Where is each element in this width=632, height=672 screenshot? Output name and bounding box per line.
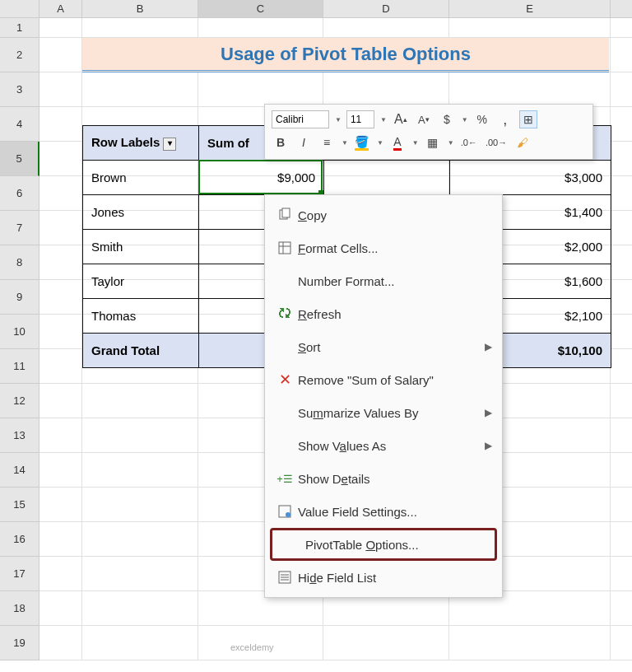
remove-icon: ✕ (272, 371, 298, 389)
row-header-5[interactable]: 5 (0, 142, 40, 176)
menu-label: Remove "Sum of Salary" (298, 373, 492, 387)
menu-remove[interactable]: ✕ Remove "Sum of Salary" (265, 363, 502, 396)
comma-style-icon[interactable]: , (496, 110, 514, 128)
row-header-17[interactable]: 17 (0, 557, 40, 591)
copy-icon (272, 208, 298, 222)
chevron-down-icon[interactable]: ▼ (448, 139, 454, 147)
row-header-15[interactable]: 15 (0, 488, 40, 522)
row-header-16[interactable]: 16 (0, 522, 40, 557)
chevron-down-icon[interactable]: ▼ (377, 139, 383, 147)
svg-rect-1 (282, 208, 290, 217)
menu-pivottable-options[interactable]: PivotTable Options... (270, 528, 497, 561)
refresh-icon: 🗘 (272, 306, 298, 321)
header-row-labels[interactable]: Row Labels▾ (83, 126, 199, 161)
menu-label: PivotTable Options... (305, 538, 485, 552)
row-header-1[interactable]: 1 (0, 18, 40, 38)
row-header-2[interactable]: 2 (0, 38, 40, 72)
menu-value-field-settings[interactable]: Value Field Settings... (265, 495, 502, 528)
menu-label: Format Cells... (298, 241, 492, 255)
menu-label: Refresh (298, 307, 492, 321)
font-size-input[interactable] (346, 110, 374, 128)
page-title: Usage of Pivot Table Options (221, 44, 471, 65)
menu-number-format[interactable]: Number Format... (265, 264, 502, 297)
chevron-right-icon: ▶ (485, 341, 492, 352)
format-painter-icon[interactable]: 🖌 (514, 133, 532, 152)
row-header-14[interactable]: 14 (0, 453, 40, 488)
menu-label: Show Values As (298, 439, 485, 453)
borders-icon[interactable]: ▦ (424, 133, 442, 152)
menu-label: Summarize Values By (298, 406, 485, 420)
chevron-right-icon: ▶ (485, 407, 492, 418)
decrease-decimal-icon[interactable]: .00→ (484, 133, 509, 152)
field-list-icon (272, 570, 298, 585)
increase-decimal-icon[interactable]: .0← (459, 133, 479, 152)
menu-sort[interactable]: Sort ▶ (265, 330, 502, 363)
row-header-7[interactable]: 7 (0, 211, 40, 245)
row-headers: 1 2 3 4 5 6 7 8 9 10 11 12 13 14 15 16 1… (0, 18, 40, 660)
increase-font-icon[interactable]: A▴ (392, 110, 410, 128)
format-cells-icon (272, 240, 298, 255)
menu-format-cells[interactable]: Format Cells... (265, 231, 502, 264)
menu-copy[interactable]: Copy (265, 198, 502, 231)
row-header-10[interactable]: 10 (0, 315, 40, 349)
menu-show-values-as[interactable]: Show Values As ▶ (265, 429, 502, 462)
col-header-c[interactable]: C (198, 0, 323, 17)
chevron-down-icon[interactable]: ▼ (335, 116, 342, 124)
menu-summarize[interactable]: Summarize Values By ▶ (265, 396, 502, 429)
column-headers: A B C D E (0, 0, 632, 18)
bold-button[interactable]: B (272, 133, 290, 152)
decrease-font-icon[interactable]: A▾ (415, 110, 433, 128)
menu-label: Show Details (298, 472, 492, 486)
context-menu: Copy Format Cells... Number Format... 🗘 … (264, 194, 503, 598)
currency-icon[interactable]: $ (438, 110, 456, 128)
font-name-input[interactable] (272, 110, 329, 128)
menu-label: Copy (298, 208, 492, 222)
col-header-e[interactable]: E (449, 0, 611, 17)
row-header-4[interactable]: 4 (0, 107, 40, 142)
svg-point-6 (286, 512, 290, 517)
menu-label: Number Format... (298, 274, 492, 288)
row-header-19[interactable]: 19 (0, 626, 40, 660)
filter-dropdown-icon[interactable]: ▾ (163, 138, 176, 151)
row-header-11[interactable]: 11 (0, 349, 40, 384)
menu-label: Sort (298, 340, 485, 354)
menu-label: Hide Field List (298, 571, 492, 585)
col-header-a[interactable]: A (40, 0, 82, 17)
show-details-icon: +☰ (272, 473, 298, 485)
menu-refresh[interactable]: 🗘 Refresh (265, 297, 502, 330)
chevron-right-icon: ▶ (485, 440, 492, 451)
spreadsheet: A B C D E 1 2 3 4 5 6 7 8 9 10 11 12 13 … (0, 0, 632, 18)
row-header-13[interactable]: 13 (0, 418, 40, 453)
title-banner: Usage of Pivot Table Options (82, 38, 609, 72)
font-color-icon[interactable]: A (388, 133, 407, 152)
chevron-down-icon[interactable]: ▼ (380, 116, 387, 124)
watermark: exceldemy (230, 642, 274, 652)
mini-toolbar: ▼ ▼ A▴ A▾ $▼ % , ⊞ B I ≡▼ 🪣▼ A▼ ▦▼ .0← .… (264, 104, 593, 160)
menu-label: Value Field Settings... (298, 505, 492, 519)
row-header-12[interactable]: 12 (0, 384, 40, 418)
row-header-3[interactable]: 3 (0, 72, 40, 107)
italic-button[interactable]: I (295, 133, 313, 152)
fill-color-icon[interactable]: 🪣 (353, 133, 371, 152)
percent-icon[interactable]: % (473, 110, 491, 128)
row-header-18[interactable]: 18 (0, 591, 40, 626)
chevron-down-icon[interactable]: ▼ (342, 139, 348, 147)
svg-rect-2 (279, 242, 290, 254)
col-header-b[interactable]: B (82, 0, 198, 17)
row-header-9[interactable]: 9 (0, 280, 40, 315)
col-header-d[interactable]: D (323, 0, 449, 17)
table-row: Brown$9,000$3,000 (83, 161, 611, 195)
settings-icon (272, 504, 298, 519)
row-header-8[interactable]: 8 (0, 245, 40, 280)
menu-show-details[interactable]: +☰ Show Details (265, 462, 502, 495)
row-header-6[interactable]: 6 (0, 176, 40, 211)
select-all-corner[interactable] (0, 0, 40, 17)
chevron-down-icon[interactable]: ▼ (412, 139, 419, 147)
menu-hide-field-list[interactable]: Hide Field List (265, 561, 502, 594)
align-icon[interactable]: ≡ (318, 133, 336, 152)
chevron-down-icon[interactable]: ▼ (462, 116, 468, 124)
merge-icon[interactable]: ⊞ (519, 110, 537, 128)
